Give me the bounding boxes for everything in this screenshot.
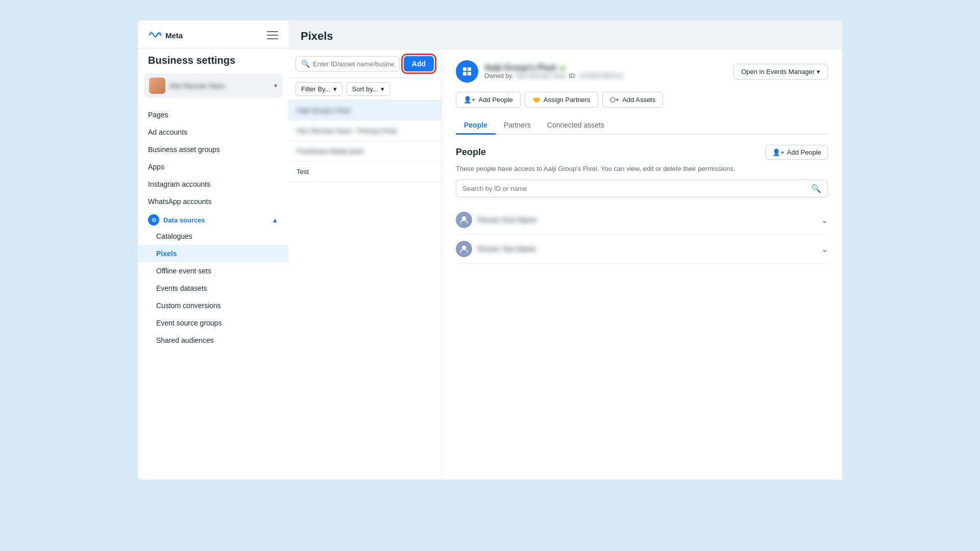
list-panel: 🔍 Add Filter By... ▾ Sort by... ▾ [288, 50, 442, 480]
id-label: ID: [569, 72, 576, 80]
sidebar-header: Meta [138, 31, 288, 48]
data-sources-icon: ⊙ [148, 214, 159, 226]
pixel-item-3[interactable]: Freshtrack Media pixel [288, 141, 441, 162]
sidebar-item-offline-event-sets[interactable]: Offline event sets [138, 262, 288, 280]
person-expand-icon-1[interactable]: ⌄ [821, 215, 828, 225]
svg-point-5 [462, 245, 466, 249]
filter-sort-bar: Filter By... ▾ Sort by... ▾ [288, 78, 441, 101]
search-box[interactable]: 🔍 [296, 56, 400, 71]
sidebar-item-instagram-accounts[interactable]: Instagram accounts [138, 176, 288, 193]
pixel-item-1[interactable]: Aaiji Group's Pixel [288, 101, 441, 121]
people-section-description: These people have access to Aaiji Group'… [456, 165, 828, 172]
pixel-meta: Aaiji Group's Pixel Owned by: Hire Remot… [484, 63, 623, 80]
add-people-label: Add People [479, 96, 513, 104]
sort-chevron-icon: ▾ [381, 85, 384, 93]
sidebar-item-whatsapp-accounts[interactable]: WhatsApp accounts [138, 193, 288, 210]
filter-chevron-icon: ▾ [333, 85, 337, 93]
content-area: Pixels 🔍 Add Filter By... ▾ [288, 20, 842, 480]
pixel-name-4: Test [297, 168, 433, 176]
people-section-header: People 👤+ Add People [456, 145, 828, 160]
tab-connected-assets-label: Connected assets [547, 121, 604, 129]
pixel-id: 1234567890123 [579, 72, 623, 80]
search-icon: 🔍 [301, 60, 310, 68]
add-button[interactable]: Add [404, 56, 434, 71]
sidebar-item-business-asset-groups[interactable]: Business asset groups [138, 141, 288, 158]
pixel-name-2: Hire Remote Team - Primary Pixel [297, 127, 433, 135]
person-expand-icon-2[interactable]: ⌄ [821, 244, 828, 254]
svg-rect-0 [463, 67, 467, 71]
assign-partners-icon: 🤝 [532, 96, 541, 104]
detail-panel: Aaiji Group's Pixel Owned by: Hire Remot… [442, 50, 842, 480]
list-toolbar: 🔍 Add [288, 50, 441, 78]
person-left-2: Person Two Name [456, 241, 536, 257]
tab-connected-assets[interactable]: Connected assets [539, 117, 612, 135]
filter-label: Filter By... [301, 85, 331, 93]
owned-by-label: Owned by: [484, 72, 513, 80]
filter-button[interactable]: Filter By... ▾ [296, 82, 342, 96]
sidebar-item-events-datasets[interactable]: Events datasets [138, 280, 288, 297]
open-events-label: Open in Events Manager [741, 68, 815, 76]
sidebar-item-ad-accounts[interactable]: Ad accounts [138, 123, 288, 141]
sort-button[interactable]: Sort by... ▾ [347, 82, 390, 96]
section-add-people-button[interactable]: 👤+ Add People [766, 145, 828, 160]
tab-partners[interactable]: Partners [496, 117, 539, 135]
person-row-2: Person Two Name ⌄ [456, 235, 828, 264]
person-avatar-1 [456, 212, 472, 228]
dropdown-chevron-icon: ▾ [817, 68, 820, 76]
open-events-manager-button[interactable]: Open in Events Manager ▾ [733, 64, 828, 80]
sidebar-nav: Pages Ad accounts Business asset groups … [138, 106, 288, 469]
pixel-item-2[interactable]: Hire Remote Team - Primary Pixel [288, 121, 441, 141]
business-selector[interactable]: Hire Remote Team ▾ [144, 73, 282, 98]
people-search-input[interactable] [462, 185, 807, 192]
nav-section-data-sources[interactable]: ⊙ Data sources ▲ [138, 210, 288, 228]
people-section-title: People [456, 147, 486, 158]
pixel-owner: Owned by: Hire Remote Team ID: 123456789… [484, 72, 623, 80]
owner-name: Hire Remote Team [516, 72, 567, 80]
sidebar-item-pixels[interactable]: Pixels [138, 245, 288, 262]
svg-point-4 [462, 216, 466, 220]
people-search-box[interactable]: 🔍 [456, 180, 828, 197]
business-avatar [149, 78, 165, 94]
pixel-name-1: Aaiji Group's Pixel [297, 107, 433, 114]
add-assets-icon: ⬡+ [610, 96, 620, 104]
sidebar-item-pages[interactable]: Pages [138, 106, 288, 123]
online-status-dot [560, 66, 565, 70]
detail-header: Aaiji Group's Pixel Owned by: Hire Remot… [456, 60, 828, 83]
action-buttons: 👤+ Add People 🤝 Assign Partners ⬡+ Add A… [456, 92, 828, 108]
tab-people[interactable]: People [456, 117, 496, 135]
data-sources-chevron-icon: ▲ [272, 216, 278, 224]
meta-logo-text: Meta [165, 31, 183, 40]
person-name-2: Person Two Name [477, 245, 536, 253]
sidebar-item-shared-audiences[interactable]: Shared audiences [138, 332, 288, 349]
page-title: Pixels [288, 20, 842, 50]
sidebar-item-catalogues[interactable]: Catalogues [138, 228, 288, 245]
add-assets-button[interactable]: ⬡+ Add Assets [602, 92, 664, 108]
person-left-1: Person One Name [456, 212, 536, 228]
pixel-icon [456, 60, 478, 83]
sort-label: Sort by... [352, 85, 378, 93]
add-people-button[interactable]: 👤+ Add People [456, 92, 521, 108]
assign-partners-button[interactable]: 🤝 Assign Partners [525, 92, 598, 108]
pixel-list: Aaiji Group's Pixel Hire Remote Team - P… [288, 101, 441, 480]
person-row-1: Person One Name ⌄ [456, 206, 828, 235]
pixel-item-4[interactable]: Test [288, 162, 441, 182]
business-settings-title: Business settings [138, 55, 288, 73]
sidebar-item-custom-conversions[interactable]: Custom conversions [138, 297, 288, 314]
sidebar-item-apps[interactable]: Apps [138, 158, 288, 176]
search-input[interactable] [313, 60, 394, 68]
section-add-person-icon: 👤+ [772, 148, 785, 156]
pixel-info: Aaiji Group's Pixel Owned by: Hire Remot… [456, 60, 623, 83]
svg-rect-2 [463, 72, 467, 76]
tab-people-label: People [464, 121, 487, 129]
assign-partners-label: Assign Partners [544, 96, 591, 104]
add-person-icon: 👤+ [463, 96, 476, 104]
hamburger-icon[interactable] [267, 31, 278, 39]
data-sources-label: Data sources [163, 216, 205, 224]
pixel-detail-name: Aaiji Group's Pixel [484, 63, 623, 72]
sidebar-item-event-source-groups[interactable]: Event source groups [138, 314, 288, 332]
pixel-name-3: Freshtrack Media pixel [297, 147, 433, 155]
chevron-down-icon: ▾ [274, 82, 277, 89]
svg-rect-3 [468, 72, 471, 76]
add-assets-label: Add Assets [622, 96, 655, 104]
sidebar: Meta Business settings Hire Remote Team … [138, 20, 288, 480]
